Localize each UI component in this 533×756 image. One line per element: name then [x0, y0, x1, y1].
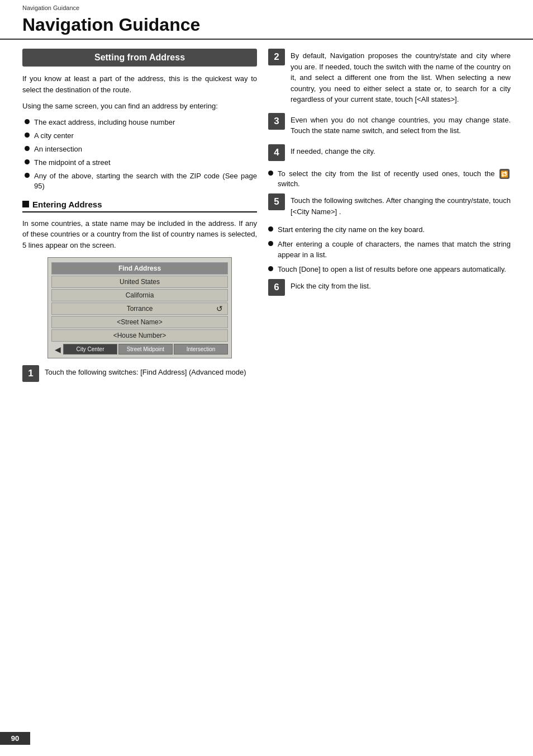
screen-mockup: Find Address United States California To… — [47, 257, 232, 358]
step-3-block: 3 Even when you do not change countries,… — [268, 113, 511, 136]
step-4-text: If needed, change the city. — [291, 144, 511, 157]
step-1-number: 1 — [22, 365, 39, 382]
bullet-dot-icon — [25, 119, 30, 124]
entering-address-label: Entering Address — [32, 200, 102, 209]
bullet-recently-block: To select the city from the list of rece… — [268, 169, 511, 190]
step-6-text: Pick the city from the list. — [291, 279, 511, 292]
main-content: Setting from Address If you know at leas… — [0, 49, 533, 390]
bullet-start-block: Start entering the city name on the key … — [268, 225, 511, 235]
page-number: 90 — [0, 732, 30, 745]
bullet-list: The exact address, including house numbe… — [22, 117, 257, 192]
recently-used-icon: 🔁 — [499, 169, 510, 179]
bullet-dot-icon — [268, 171, 273, 176]
bullet-dot-icon — [25, 173, 30, 178]
intro-paragraph-1: If you know at least a part of the addre… — [22, 73, 257, 95]
step-1-block: 1 Touch the following switches: [Find Ad… — [22, 365, 257, 382]
right-column: 2 By default, Navigation proposes the co… — [268, 49, 511, 390]
step-6-number: 6 — [268, 279, 285, 296]
step-3-text: Even when you do not change countries, y… — [291, 113, 511, 136]
bullet-text: An intersection — [34, 144, 82, 154]
bullet-text: The exact address, including house numbe… — [34, 117, 175, 127]
breadcrumb: Navigation Guidance — [0, 0, 533, 12]
screen-btn-intersection[interactable]: Intersection — [174, 344, 228, 355]
screen-row-house: <House Number> — [51, 329, 228, 342]
step-1-text: Touch the following switches: [Find Addr… — [45, 365, 257, 378]
screen-btn-city-center[interactable]: City Center — [63, 344, 117, 355]
bullet-dot-icon — [25, 159, 30, 164]
step-5-text: Touch the following switches. After chan… — [291, 193, 511, 217]
setting-from-address-header: Setting from Address — [22, 49, 257, 67]
entering-body-text: In some countries, a state name may be i… — [22, 218, 257, 251]
bullet-touch-done-text: Touch [Done] to open a list of results b… — [278, 264, 506, 275]
back-arrow-icon: ◀ — [55, 345, 61, 354]
screen-row-street: <Street Name> — [51, 316, 228, 328]
list-item: The exact address, including house numbe… — [25, 117, 257, 127]
bullet-dot-icon — [268, 226, 273, 231]
step-3-number: 3 — [268, 113, 285, 130]
step-5-number: 5 — [268, 193, 285, 210]
screen-btn-street-midpoint[interactable]: Street Midpoint — [118, 344, 173, 355]
page-title: Navigation Guidance — [0, 12, 533, 40]
screen-title-row: Find Address — [51, 262, 228, 275]
screen-row-country: United States — [51, 276, 228, 288]
entering-address-title: Entering Address — [22, 200, 257, 212]
bullet-recently-text: To select the city from the list of rece… — [278, 169, 511, 190]
list-item: Any of the above, starting the search wi… — [25, 171, 257, 191]
bullet-dot-icon — [25, 133, 30, 138]
bullet-after-text: After entering a couple of characters, t… — [278, 239, 511, 259]
list-item: A city center — [25, 131, 257, 141]
screen-row-city: Torrance ↺ — [51, 303, 228, 315]
left-column: Setting from Address If you know at leas… — [22, 49, 257, 390]
step-4-number: 4 — [268, 144, 285, 161]
intro-paragraph-2: Using the same screen, you can find an a… — [22, 101, 257, 112]
black-square-icon — [22, 201, 29, 207]
step-5-block: 5 Touch the following switches. After ch… — [268, 193, 511, 217]
step-2-text: By default, Navigation proposes the coun… — [291, 49, 511, 105]
step-4-block: 4 If needed, change the city. — [268, 144, 511, 161]
bullet-start-text: Start entering the city name on the key … — [278, 225, 425, 235]
list-item: The midpoint of a street — [25, 158, 257, 168]
bullet-text: A city center — [34, 131, 74, 141]
bullet-text: Any of the above, starting the search wi… — [34, 171, 257, 191]
refresh-icon: ↺ — [216, 304, 223, 313]
bullet-dot-icon — [25, 146, 30, 151]
bullet-text: The midpoint of a street — [34, 158, 111, 168]
step-2-block: 2 By default, Navigation proposes the co… — [268, 49, 511, 105]
bullet-dot-icon — [268, 266, 273, 271]
step-6-block: 6 Pick the city from the list. — [268, 279, 511, 296]
list-item: An intersection — [25, 144, 257, 154]
step-2-number: 2 — [268, 49, 285, 65]
screen-row-state: California — [51, 289, 228, 301]
bullet-after-block: After entering a couple of characters, t… — [268, 239, 511, 259]
bullet-touch-done-block: Touch [Done] to open a list of results b… — [268, 264, 511, 275]
bullet-dot-icon — [268, 241, 273, 246]
